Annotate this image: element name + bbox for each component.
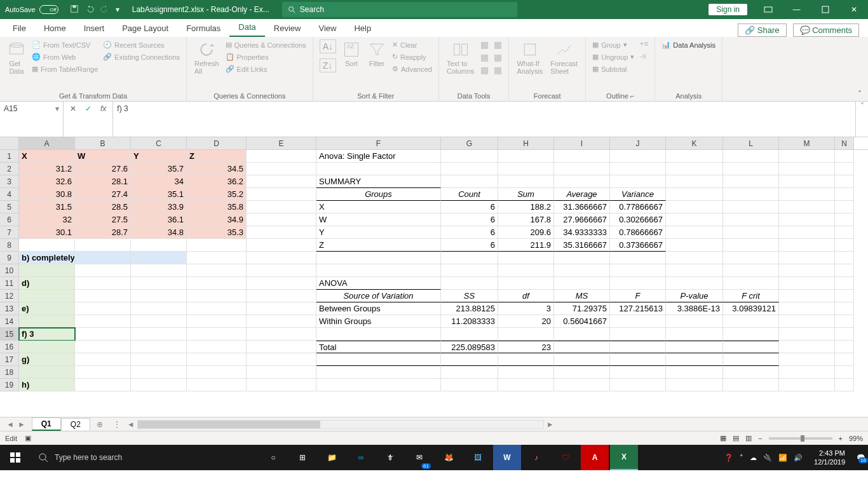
cell-M5[interactable] [779,201,835,214]
cell-C3[interactable]: 34 [131,175,187,188]
cell-D18[interactable] [187,366,247,379]
relationships-icon[interactable]: ▦ [494,52,502,62]
cell-D16[interactable] [187,341,247,353]
tab-page-layout[interactable]: Page Layout [113,20,177,37]
cell-B18[interactable] [75,366,131,379]
cell-I13[interactable]: 71.29375 [554,302,610,315]
cell-L16[interactable] [723,341,779,353]
cell-C19[interactable] [131,379,187,391]
cell-C18[interactable] [131,366,187,379]
ribbon-display-icon[interactable] [754,0,782,19]
cell-L8[interactable] [723,239,779,252]
cell-B2[interactable]: 27.6 [75,163,131,175]
cell-C13[interactable] [131,302,187,315]
cell-N17[interactable] [835,353,854,366]
cell-D14[interactable] [187,315,247,328]
horizontal-scrollbar[interactable] [137,420,544,429]
tab-file[interactable]: File [4,20,35,37]
fx-icon[interactable]: fx [100,104,106,113]
cell-D5[interactable]: 35.8 [187,201,247,214]
cell-M16[interactable] [779,341,835,353]
cell-F3[interactable]: SUMMARY [316,175,441,188]
cell-G18[interactable] [441,366,498,379]
cell-I9[interactable] [554,252,610,264]
cell-G13[interactable]: 213.88125 [441,302,498,315]
cell-G1[interactable] [441,150,498,163]
cell-K9[interactable] [666,252,723,264]
whatif-button[interactable]: What-If Analysis [515,39,544,76]
cell-L15[interactable] [723,328,779,341]
cell-H9[interactable] [498,252,554,264]
sheet-tab-q2[interactable]: Q2 [61,418,90,430]
cell-A2[interactable]: 31.2 [19,163,75,175]
notifications-icon[interactable]: 💬16 [857,454,865,462]
properties[interactable]: 📋 Properties [226,51,306,62]
cell-D15[interactable] [187,328,247,341]
tab-formulas[interactable]: Formulas [177,20,229,37]
itunes-icon[interactable]: ♪ [522,445,550,470]
reapply-filter[interactable]: ↻ Reapply [392,51,432,62]
refresh-all-button[interactable]: Refresh All [193,39,220,76]
cell-C4[interactable]: 35.1 [131,188,187,201]
advanced-filter[interactable]: ⚙ Advanced [392,64,432,74]
cell-C16[interactable] [131,341,187,353]
cell-F6[interactable]: W [316,214,441,226]
cell-G12[interactable]: SS [441,290,498,302]
cell-F19[interactable] [316,379,441,391]
cell-B5[interactable]: 28.5 [75,201,131,214]
cell-G19[interactable] [441,379,498,391]
cell-K17[interactable] [666,353,723,366]
redo-icon[interactable] [100,4,109,15]
cell-N18[interactable] [835,366,854,379]
cell-L5[interactable] [723,201,779,214]
cell-D7[interactable]: 35.3 [187,226,247,239]
cell-F10[interactable] [316,264,441,277]
cell-M9[interactable] [779,252,835,264]
view-page-layout-icon[interactable]: ▤ [733,434,739,442]
cell-N16[interactable] [835,341,854,353]
formula-input[interactable]: f) 3 [113,102,855,137]
cell-I10[interactable] [554,264,610,277]
cell-N2[interactable] [835,163,854,175]
remove-duplicates-icon[interactable]: ▦ [480,52,489,62]
cell-C12[interactable] [131,290,187,302]
cell-B19[interactable] [75,379,131,391]
cell-A5[interactable]: 31.5 [19,201,75,214]
cell-A6[interactable]: 32 [19,214,75,226]
row-header-19[interactable]: 19 [0,379,19,391]
cell-A15[interactable]: f) 3 [19,328,75,341]
cell-B12[interactable] [75,290,131,302]
cell-A9[interactable]: b) completely randomized design [19,252,75,264]
cancel-edit-icon[interactable]: ✕ [70,104,76,113]
cell-I19[interactable] [554,379,610,391]
undo-icon[interactable] [85,4,94,15]
cell-L17[interactable] [723,353,779,366]
show-detail-icon[interactable]: +≡ [639,39,648,48]
cell-F17[interactable] [316,353,441,366]
cell-M11[interactable] [779,277,835,290]
cell-L7[interactable] [723,226,779,239]
hscroll-left-icon[interactable]: ◄ [127,420,135,429]
filter-button[interactable]: Filter [367,39,387,69]
cell-H17[interactable] [498,353,554,366]
cell-C6[interactable]: 36.1 [131,214,187,226]
cell-K11[interactable] [666,277,723,290]
cell-L6[interactable] [723,214,779,226]
forecast-sheet-button[interactable]: Forecast Sheet [549,39,579,76]
consolidate-icon[interactable]: ▦ [494,39,502,50]
text-to-columns-button[interactable]: Text to Columns [445,39,475,76]
cell-E3[interactable] [247,175,316,188]
cell-A11[interactable]: d) [19,277,75,290]
cell-B14[interactable] [75,315,131,328]
onedrive-icon[interactable]: ☁ [750,454,757,462]
cell-M19[interactable] [779,379,835,391]
cell-D8[interactable] [187,239,247,252]
cell-L4[interactable] [723,188,779,201]
cell-G7[interactable]: 6 [441,226,498,239]
cell-F5[interactable]: X [316,201,441,214]
cell-B8[interactable] [75,239,131,252]
row-header-6[interactable]: 6 [0,214,19,226]
cell-F13[interactable]: Between Groups [316,302,441,315]
cell-H11[interactable] [498,277,554,290]
cell-F15[interactable] [316,328,441,341]
